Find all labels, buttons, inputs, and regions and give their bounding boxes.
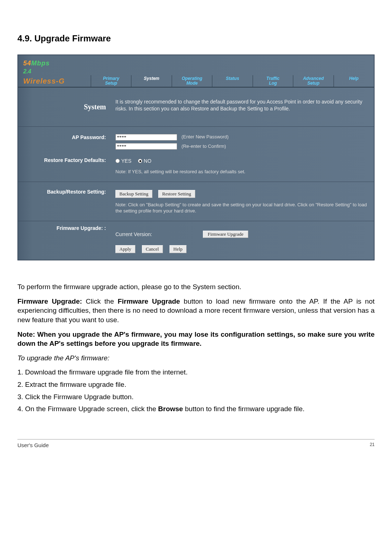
restore-yes-radio[interactable]: YES	[115, 158, 131, 165]
tab-advanced-setup[interactable]: AdvancedSetup	[293, 75, 333, 87]
system-header-title: System	[18, 88, 113, 126]
page-number: 21	[370, 442, 375, 449]
password-hint1: (Enter New Password)	[181, 134, 229, 139]
restore-no-label: NO	[144, 158, 151, 165]
logo-54: 54	[23, 60, 31, 67]
backup-restore-label: Backup/Restore Setting:	[18, 189, 106, 195]
document-body: To perform the firmware upgrade action, …	[17, 282, 375, 414]
brand-text: Wireless-G	[18, 76, 91, 86]
cancel-button[interactable]: Cancel	[142, 245, 163, 253]
panel-backup-restore: Backup/Restore Setting: Backup Setting R…	[18, 182, 374, 221]
tab-system[interactable]: System	[131, 75, 171, 87]
upgrade-steps: 1. Download the firmware upgrade file fr…	[17, 368, 375, 414]
step-3: 3. Click the Firmware Upgrade button.	[17, 392, 375, 402]
logo-ghz: 2.4	[23, 68, 76, 76]
password-input[interactable]	[115, 134, 177, 141]
page-footer: User's Guide 21	[17, 439, 375, 449]
system-header-panel: System It is strongly recommended to cha…	[18, 88, 374, 127]
section-title: 4.9. Upgrade Firmware	[17, 33, 375, 44]
backup-setting-button[interactable]: Backup Setting	[115, 190, 152, 198]
apply-button[interactable]: Apply	[115, 245, 135, 253]
body-p1: To perform the firmware upgrade action, …	[17, 282, 375, 292]
nav-row: Wireless-G PrimarySetup System Operating…	[18, 75, 374, 88]
restore-setting-button[interactable]: Restore Setting	[158, 190, 195, 198]
step-1: 1. Download the firmware upgrade file fr…	[17, 368, 375, 377]
tab-help[interactable]: Help	[334, 75, 374, 87]
firmware-upgrade-label: Frimware Upgrade: :	[18, 225, 106, 232]
system-header-desc: It is strongly recommended to change the…	[113, 88, 374, 126]
restore-no-radio[interactable]: NO	[138, 158, 151, 165]
step-2: 2. Extract the firmware upgrade file.	[17, 380, 375, 389]
tab-operating-mode[interactable]: OperatingMode	[172, 75, 212, 87]
footer-left: User's Guide	[17, 442, 49, 449]
tab-traffic-log[interactable]: TrafficLog	[253, 75, 293, 87]
logo: 54Mbps 2.4	[18, 59, 76, 76]
tabs: PrimarySetup System OperatingMode Status…	[91, 75, 374, 87]
panel-password-restore: AP Password: Restore Factory Defaults: (…	[18, 127, 374, 182]
logo-row: 54Mbps 2.4	[18, 55, 374, 75]
body-p3-note: Note: When you upgrade the AP's firmware…	[17, 330, 375, 348]
backup-note: Note: Click on "Backup Setting" to creat…	[115, 202, 367, 214]
tab-status[interactable]: Status	[212, 75, 252, 87]
firmware-upgrade-button[interactable]: Firmware Upgrade	[203, 231, 248, 238]
restore-note: Note: If YES, all setting will be restor…	[115, 169, 367, 175]
panel-firmware: Frimware Upgrade: : Current Version: Fir…	[18, 221, 374, 260]
router-admin-screenshot: 54Mbps 2.4 Wireless-G PrimarySetup Syste…	[17, 54, 375, 260]
current-version-label: Current Version:	[115, 231, 152, 238]
restore-yes-label: YES	[121, 158, 131, 165]
body-p2: Firmware Upgrade: Click the Firmware Upg…	[17, 297, 375, 325]
tab-primary-setup[interactable]: PrimarySetup	[91, 75, 131, 87]
step-4: 4. On the Firmware Upgrade screen, click…	[17, 404, 375, 414]
body-p4-intro: To upgrade the AP's firmware:	[17, 353, 375, 363]
restore-defaults-label: Restore Factory Defaults:	[18, 157, 106, 164]
ap-password-label: AP Password:	[18, 134, 106, 141]
password-confirm-input[interactable]	[115, 143, 177, 150]
logo-mbps: Mbps	[31, 60, 50, 67]
password-hint2: (Re-enter to Confirm)	[181, 143, 226, 149]
help-button[interactable]: Help	[170, 245, 187, 253]
